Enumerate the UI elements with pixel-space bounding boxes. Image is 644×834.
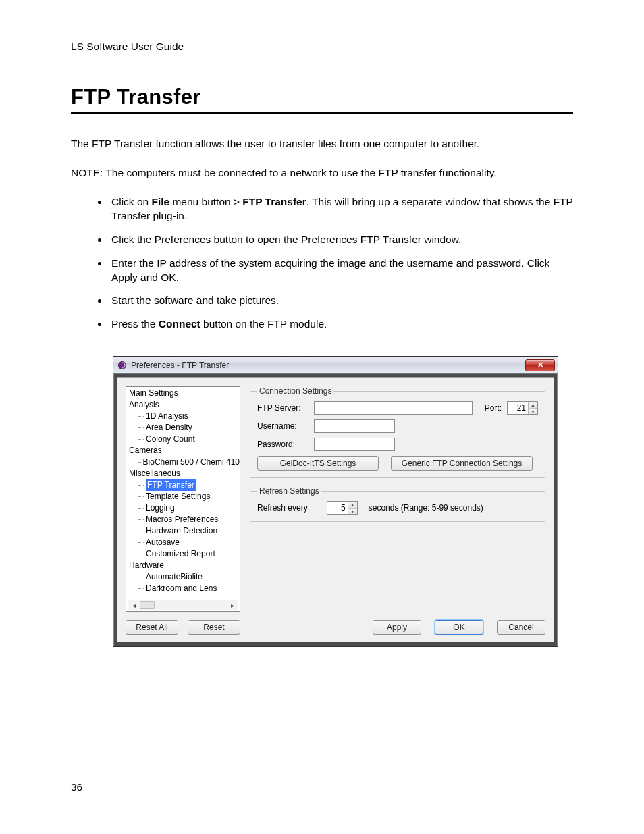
username-input[interactable] <box>314 419 395 433</box>
spin-down-icon[interactable]: ▼ <box>529 408 537 415</box>
tree-item-1d-analysis[interactable]: 1D Analysis <box>126 411 240 422</box>
close-icon: ✕ <box>537 361 543 369</box>
bold-text: Connect <box>159 318 200 330</box>
username-label: Username: <box>257 421 308 431</box>
note-text: NOTE: The computers must be connected to… <box>71 166 573 180</box>
geldoc-settings-button[interactable]: GelDoc-ItTS Settings <box>257 456 379 471</box>
refresh-settings-group: Refresh Settings Refresh every ▲ ▼ secon… <box>250 486 545 522</box>
list-item: Enter the IP address of the system acqui… <box>109 257 573 285</box>
apply-button[interactable]: Apply <box>373 620 421 635</box>
app-icon <box>117 361 127 370</box>
section-title: FTP Transfer <box>71 85 573 109</box>
step-text: Press the <box>111 318 159 330</box>
cancel-button[interactable]: Cancel <box>497 620 545 635</box>
tree-category-analysis[interactable]: Analysis <box>126 399 240 411</box>
ok-button[interactable]: OK <box>435 620 483 635</box>
tree-item-autosave[interactable]: Autosave <box>126 537 240 548</box>
tree-category-hardware[interactable]: Hardware <box>126 560 240 571</box>
tree-item-automatebiolite[interactable]: AutomateBiolite <box>126 571 240 583</box>
port-input[interactable] <box>508 402 528 414</box>
intro-text: The FTP Transfer function allows the use… <box>71 137 573 151</box>
tree-item-biochemi[interactable]: BioChemi 500 / Chemi 410 <box>126 457 240 468</box>
ftp-server-input[interactable] <box>314 401 473 415</box>
tree-item-template-settings[interactable]: Template Settings <box>126 491 240 502</box>
steps-list: Click on File menu button > FTP Transfer… <box>71 195 573 332</box>
preferences-dialog: Preferences - FTP Transfer ✕ Main Settin… <box>113 356 558 647</box>
scroll-thumb[interactable] <box>140 601 155 609</box>
refresh-stepper[interactable]: ▲ ▼ <box>327 501 358 515</box>
connection-legend: Connection Settings <box>257 386 333 396</box>
step-text: Click on <box>111 196 151 207</box>
password-input[interactable] <box>314 438 395 451</box>
port-label: Port: <box>485 403 502 413</box>
spin-down-icon[interactable]: ▼ <box>348 508 357 515</box>
tree-item-area-density[interactable]: Area Density <box>126 422 240 434</box>
reset-button[interactable]: Reset <box>188 620 240 635</box>
tree-category-miscellaneous[interactable]: Miscellaneous <box>126 468 240 479</box>
refresh-input[interactable] <box>327 502 348 514</box>
tree-item-logging[interactable]: Logging <box>126 502 240 514</box>
ftp-server-label: FTP Server: <box>257 403 308 413</box>
reset-all-button[interactable]: Reset All <box>126 620 178 635</box>
list-item: Start the software and take pictures. <box>109 294 573 308</box>
scroll-track[interactable] <box>155 600 227 610</box>
window-title: Preferences - FTP Transfer <box>131 361 525 370</box>
refresh-legend: Refresh Settings <box>257 486 321 496</box>
list-item: Click the Preferences button to open the… <box>109 233 573 247</box>
tree-item-ftp-transfer[interactable]: FTP Transfer <box>126 479 240 491</box>
spin-up-icon[interactable]: ▲ <box>348 502 357 508</box>
page-number: 36 <box>71 781 82 793</box>
list-item: Click on File menu button > FTP Transfer… <box>109 195 573 224</box>
dialog-body: Main Settings Analysis 1D Analysis Area … <box>117 377 554 642</box>
tree-category-main-settings[interactable]: Main Settings <box>126 388 240 399</box>
step-text: button on the FTP module. <box>200 318 327 330</box>
connection-settings-group: Connection Settings FTP Server: Port: ▲ … <box>250 386 545 478</box>
spin-up-icon[interactable]: ▲ <box>529 402 537 408</box>
refresh-label: Refresh every <box>257 503 308 513</box>
tree-h-scrollbar[interactable]: ◂ ▸ <box>128 600 238 610</box>
list-item: Press the Connect button on the FTP modu… <box>109 317 573 332</box>
tree-category-cameras[interactable]: Cameras <box>126 445 240 457</box>
scroll-right-icon[interactable]: ▸ <box>227 600 238 610</box>
step-text: menu button > <box>169 196 242 207</box>
tree-item-macros-preferences[interactable]: Macros Preferences <box>126 514 240 525</box>
nav-tree[interactable]: Main Settings Analysis 1D Analysis Area … <box>126 386 240 612</box>
tree-item-customized-report[interactable]: Customized Report <box>126 548 240 560</box>
tree-item-colony-count[interactable]: Colony Count <box>126 434 240 445</box>
tree-item-hardware-detection[interactable]: Hardware Detection <box>126 525 240 537</box>
right-column: Connection Settings FTP Server: Port: ▲ … <box>250 386 545 635</box>
left-column: Main Settings Analysis 1D Analysis Area … <box>126 386 240 635</box>
bold-text: File <box>151 196 169 207</box>
close-button[interactable]: ✕ <box>525 359 555 371</box>
scroll-left-icon[interactable]: ◂ <box>128 600 139 610</box>
password-label: Password: <box>257 440 308 449</box>
doc-header: LS Software User Guide <box>71 41 573 53</box>
tree-item-darkroom-lens[interactable]: Darkroom and Lens <box>126 583 240 594</box>
section-divider <box>71 112 573 114</box>
bold-text: FTP Transfer <box>242 196 306 207</box>
generic-ftp-settings-button[interactable]: Generic FTP Connection Settings <box>391 456 533 471</box>
refresh-suffix: seconds (Range: 5-99 seconds) <box>369 503 483 513</box>
titlebar[interactable]: Preferences - FTP Transfer ✕ <box>113 357 558 374</box>
port-stepper[interactable]: ▲ ▼ <box>507 401 538 415</box>
